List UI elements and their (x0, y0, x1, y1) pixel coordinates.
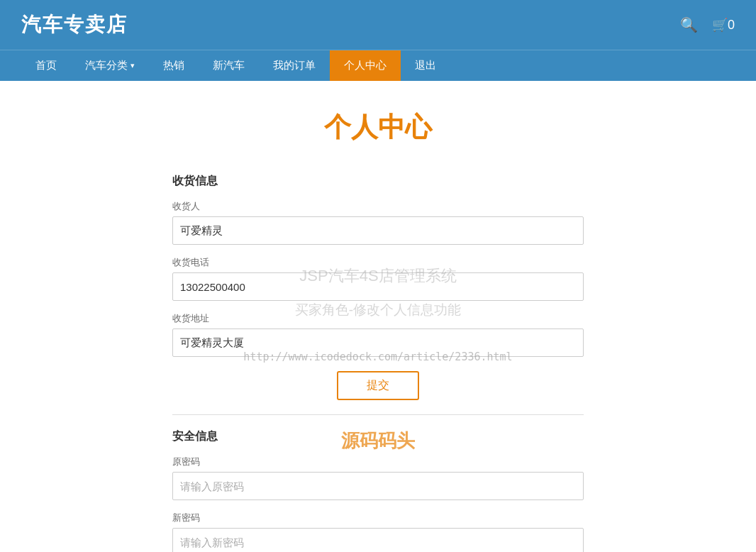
main-content: JSP汽车4S店管理系统 买家角色-修改个人信息功能 http://www.ic… (0, 81, 756, 552)
old-password-label: 原密码 (172, 456, 584, 468)
shipping-submit-button[interactable]: 提交 (337, 371, 419, 400)
address-input[interactable] (172, 329, 584, 357)
old-password-input[interactable] (172, 472, 584, 500)
section-divider (172, 414, 584, 415)
nav-item-logout[interactable]: 退出 (401, 50, 450, 82)
recipient-label: 收货人 (172, 200, 584, 213)
nav-item-new[interactable]: 新汽车 (199, 50, 259, 82)
nav-item-orders[interactable]: 我的订单 (259, 50, 330, 82)
new-password-field-group: 新密码 (172, 512, 584, 552)
cart-count: 0 (728, 18, 735, 32)
address-label: 收货地址 (172, 312, 584, 325)
page-title: 个人中心 (0, 109, 756, 145)
navigation: 首页 汽车分类 ▾ 热销 新汽车 我的订单 个人中心 退出 (0, 50, 756, 81)
search-icon[interactable]: 🔍 (680, 16, 698, 33)
header-icons: 🔍 🛒0 (680, 16, 735, 33)
site-title: 汽车专卖店 (21, 11, 128, 38)
nav-item-hot[interactable]: 热销 (149, 50, 199, 82)
cart-icon[interactable]: 🛒0 (712, 17, 735, 33)
nav-item-home[interactable]: 首页 (21, 50, 71, 82)
new-password-input[interactable] (172, 528, 584, 552)
phone-label: 收货电话 (172, 256, 584, 269)
phone-input[interactable] (172, 272, 584, 301)
recipient-field-group: 收货人 (172, 200, 584, 245)
chevron-down-icon: ▾ (130, 61, 135, 70)
shipping-section-label: 收货信息 (172, 174, 584, 189)
new-password-label: 新密码 (172, 512, 584, 524)
recipient-input[interactable] (172, 216, 584, 245)
address-field-group: 收货地址 (172, 312, 584, 357)
shipping-section: 收货信息 收货人 收货电话 收货地址 提交 安全信息 原密码 新密码 提交 (158, 174, 598, 552)
security-section-label: 安全信息 (172, 429, 584, 444)
header: 汽车专卖店 🔍 🛒0 (0, 0, 756, 50)
nav-item-profile[interactable]: 个人中心 (330, 50, 401, 82)
phone-field-group: 收货电话 (172, 256, 584, 301)
old-password-field-group: 原密码 (172, 456, 584, 500)
nav-item-category[interactable]: 汽车分类 ▾ (71, 50, 149, 82)
